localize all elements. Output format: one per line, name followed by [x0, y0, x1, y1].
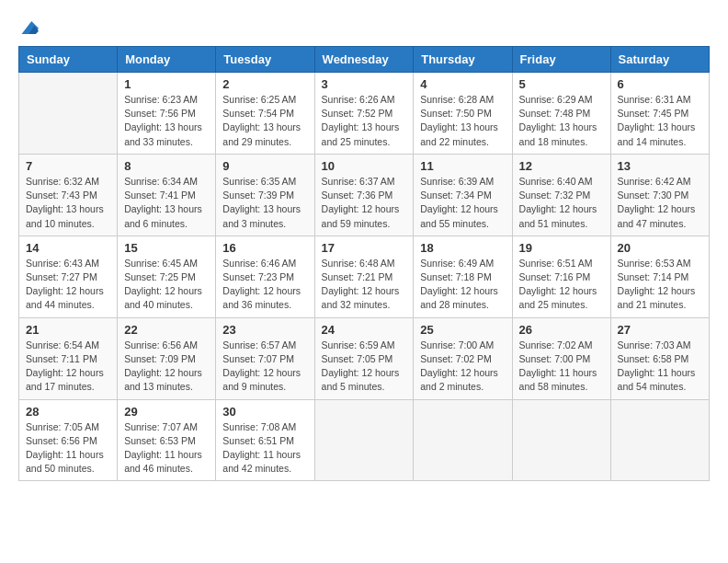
day-info: Sunrise: 6:25 AMSunset: 7:54 PMDaylight:…: [222, 93, 307, 149]
calendar-cell: 17Sunrise: 6:48 AMSunset: 7:21 PMDayligh…: [314, 236, 414, 317]
date-number: 13: [618, 159, 702, 173]
calendar-cell: 26Sunrise: 7:02 AMSunset: 7:00 PMDayligh…: [512, 317, 610, 399]
date-number: 19: [519, 241, 604, 255]
calendar-table: SundayMondayTuesdayWednesdayThursdayFrid…: [18, 46, 710, 481]
calendar-cell: 22Sunrise: 6:56 AMSunset: 7:09 PMDayligh…: [118, 317, 216, 399]
date-number: 24: [322, 323, 407, 337]
calendar-week-4: 21Sunrise: 6:54 AMSunset: 7:11 PMDayligh…: [19, 317, 710, 399]
calendar-cell: 7Sunrise: 6:32 AMSunset: 7:43 PMDaylight…: [19, 154, 118, 236]
calendar-cell: 10Sunrise: 6:37 AMSunset: 7:36 PMDayligh…: [314, 154, 414, 236]
calendar-cell: 8Sunrise: 6:34 AMSunset: 7:41 PMDaylight…: [118, 154, 216, 236]
calendar-cell: 24Sunrise: 6:59 AMSunset: 7:05 PMDayligh…: [314, 317, 414, 399]
day-info: Sunrise: 6:32 AMSunset: 7:43 PMDaylight:…: [26, 175, 110, 231]
date-number: 7: [26, 159, 110, 173]
date-number: 20: [618, 241, 702, 255]
date-number: 28: [26, 405, 110, 419]
date-number: 18: [420, 241, 505, 255]
date-number: 30: [222, 405, 307, 419]
day-info: Sunrise: 6:37 AMSunset: 7:36 PMDaylight:…: [322, 175, 407, 231]
day-info: Sunrise: 6:26 AMSunset: 7:52 PMDaylight:…: [322, 93, 407, 149]
calendar-header-saturday: Saturday: [610, 47, 709, 73]
date-number: 2: [222, 77, 307, 91]
calendar-cell: [414, 399, 512, 481]
date-number: 22: [124, 323, 209, 337]
logo: [18, 18, 44, 37]
day-info: Sunrise: 6:51 AMSunset: 7:16 PMDaylight:…: [519, 257, 604, 313]
day-info: Sunrise: 6:45 AMSunset: 7:25 PMDaylight:…: [124, 257, 209, 313]
date-number: 17: [322, 241, 407, 255]
date-number: 8: [124, 159, 209, 173]
day-info: Sunrise: 6:23 AMSunset: 7:56 PMDaylight:…: [124, 93, 209, 149]
calendar-header-monday: Monday: [118, 47, 216, 73]
day-info: Sunrise: 6:56 AMSunset: 7:09 PMDaylight:…: [124, 339, 209, 395]
calendar-header-friday: Friday: [512, 47, 610, 73]
calendar-week-5: 28Sunrise: 7:05 AMSunset: 6:56 PMDayligh…: [19, 399, 710, 481]
calendar-cell: 11Sunrise: 6:39 AMSunset: 7:34 PMDayligh…: [414, 154, 512, 236]
calendar-week-1: 1Sunrise: 6:23 AMSunset: 7:56 PMDaylight…: [19, 73, 710, 155]
calendar-cell: 23Sunrise: 6:57 AMSunset: 7:07 PMDayligh…: [216, 317, 314, 399]
calendar-header-wednesday: Wednesday: [314, 47, 414, 73]
calendar-cell: [512, 399, 610, 481]
date-number: 26: [519, 323, 604, 337]
calendar-cell: 20Sunrise: 6:53 AMSunset: 7:14 PMDayligh…: [610, 236, 709, 317]
date-number: 27: [618, 323, 702, 337]
calendar-cell: 5Sunrise: 6:29 AMSunset: 7:48 PMDaylight…: [512, 73, 610, 155]
day-info: Sunrise: 6:48 AMSunset: 7:21 PMDaylight:…: [322, 257, 407, 313]
calendar-cell: 6Sunrise: 6:31 AMSunset: 7:45 PMDaylight…: [610, 73, 709, 155]
calendar-cell: 25Sunrise: 7:00 AMSunset: 7:02 PMDayligh…: [414, 317, 512, 399]
calendar-cell: 21Sunrise: 6:54 AMSunset: 7:11 PMDayligh…: [19, 317, 118, 399]
day-info: Sunrise: 7:02 AMSunset: 7:00 PMDaylight:…: [519, 339, 604, 395]
date-number: 1: [124, 77, 209, 91]
calendar-cell: [19, 73, 118, 155]
calendar-cell: 16Sunrise: 6:46 AMSunset: 7:23 PMDayligh…: [216, 236, 314, 317]
date-number: 3: [322, 77, 407, 91]
calendar-cell: 30Sunrise: 7:08 AMSunset: 6:51 PMDayligh…: [216, 399, 314, 481]
calendar-cell: 18Sunrise: 6:49 AMSunset: 7:18 PMDayligh…: [414, 236, 512, 317]
day-info: Sunrise: 6:42 AMSunset: 7:30 PMDaylight:…: [618, 175, 702, 231]
calendar-cell: 29Sunrise: 7:07 AMSunset: 6:53 PMDayligh…: [118, 399, 216, 481]
calendar-cell: 13Sunrise: 6:42 AMSunset: 7:30 PMDayligh…: [610, 154, 709, 236]
day-info: Sunrise: 7:08 AMSunset: 6:51 PMDaylight:…: [222, 420, 307, 477]
day-info: Sunrise: 7:05 AMSunset: 6:56 PMDaylight:…: [26, 420, 110, 477]
day-info: Sunrise: 6:28 AMSunset: 7:50 PMDaylight:…: [420, 93, 505, 149]
calendar-cell: [610, 399, 709, 481]
calendar-header-thursday: Thursday: [414, 47, 512, 73]
calendar-header-sunday: Sunday: [19, 47, 118, 73]
calendar-cell: 3Sunrise: 6:26 AMSunset: 7:52 PMDaylight…: [314, 73, 414, 155]
date-number: 11: [420, 159, 505, 173]
calendar-header-row: SundayMondayTuesdayWednesdayThursdayFrid…: [19, 47, 710, 73]
calendar-cell: 14Sunrise: 6:43 AMSunset: 7:27 PMDayligh…: [19, 236, 118, 317]
date-number: 10: [322, 159, 407, 173]
day-info: Sunrise: 6:57 AMSunset: 7:07 PMDaylight:…: [222, 339, 307, 395]
day-info: Sunrise: 6:35 AMSunset: 7:39 PMDaylight:…: [222, 175, 307, 231]
day-info: Sunrise: 6:29 AMSunset: 7:48 PMDaylight:…: [519, 93, 604, 149]
day-info: Sunrise: 6:59 AMSunset: 7:05 PMDaylight:…: [322, 339, 407, 395]
calendar-cell: 15Sunrise: 6:45 AMSunset: 7:25 PMDayligh…: [118, 236, 216, 317]
date-number: 21: [26, 323, 110, 337]
calendar-cell: [314, 399, 414, 481]
date-number: 14: [26, 241, 110, 255]
calendar-cell: 19Sunrise: 6:51 AMSunset: 7:16 PMDayligh…: [512, 236, 610, 317]
calendar-cell: 28Sunrise: 7:05 AMSunset: 6:56 PMDayligh…: [19, 399, 118, 481]
calendar-cell: 9Sunrise: 6:35 AMSunset: 7:39 PMDaylight…: [216, 154, 314, 236]
page-header: [18, 18, 710, 37]
date-number: 4: [420, 77, 505, 91]
date-number: 16: [222, 241, 307, 255]
date-number: 6: [618, 77, 702, 91]
day-info: Sunrise: 6:49 AMSunset: 7:18 PMDaylight:…: [420, 257, 505, 313]
day-info: Sunrise: 6:39 AMSunset: 7:34 PMDaylight:…: [420, 175, 505, 231]
logo-icon: [18, 18, 40, 37]
calendar-cell: 27Sunrise: 7:03 AMSunset: 6:58 PMDayligh…: [610, 317, 709, 399]
calendar-cell: 1Sunrise: 6:23 AMSunset: 7:56 PMDaylight…: [118, 73, 216, 155]
calendar-cell: 4Sunrise: 6:28 AMSunset: 7:50 PMDaylight…: [414, 73, 512, 155]
day-info: Sunrise: 6:54 AMSunset: 7:11 PMDaylight:…: [26, 339, 110, 395]
calendar-cell: 2Sunrise: 6:25 AMSunset: 7:54 PMDaylight…: [216, 73, 314, 155]
day-info: Sunrise: 6:31 AMSunset: 7:45 PMDaylight:…: [618, 93, 702, 149]
day-info: Sunrise: 6:46 AMSunset: 7:23 PMDaylight:…: [222, 257, 307, 313]
date-number: 29: [124, 405, 209, 419]
date-number: 25: [420, 323, 505, 337]
calendar-header-tuesday: Tuesday: [216, 47, 314, 73]
day-info: Sunrise: 7:07 AMSunset: 6:53 PMDaylight:…: [124, 420, 209, 477]
date-number: 5: [519, 77, 604, 91]
calendar-week-2: 7Sunrise: 6:32 AMSunset: 7:43 PMDaylight…: [19, 154, 710, 236]
